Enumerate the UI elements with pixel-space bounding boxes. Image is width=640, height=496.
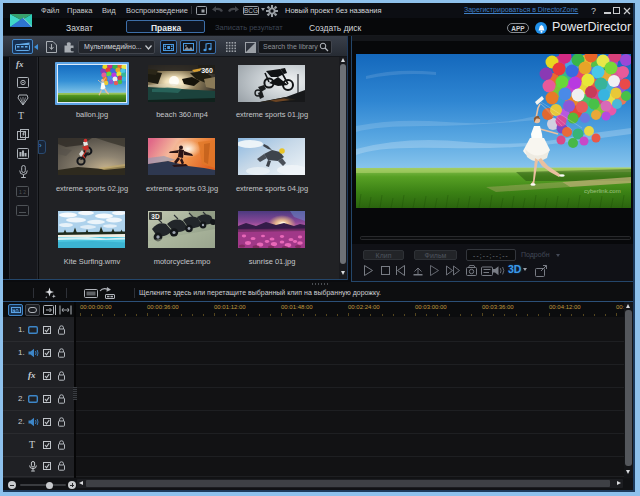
svg-text:360: 360 xyxy=(201,67,213,74)
svg-text:1 2: 1 2 xyxy=(19,189,26,195)
svg-text:cyberlink.com: cyberlink.com xyxy=(584,188,621,194)
svg-text:BCG: BCG xyxy=(244,7,258,14)
svg-text:3D: 3D xyxy=(151,213,160,220)
